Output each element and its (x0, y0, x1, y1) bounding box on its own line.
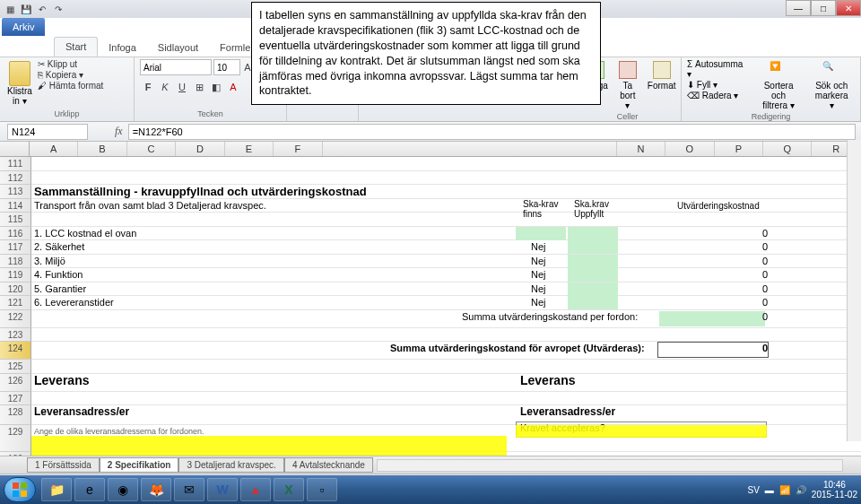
tab-start[interactable]: Start (54, 37, 98, 56)
tab-layout[interactable]: Sidlayout (147, 39, 209, 56)
vertical-scrollbar[interactable] (847, 140, 861, 441)
fill-color-button[interactable]: ◧ (208, 79, 224, 95)
row-header[interactable]: 127 (0, 392, 31, 406)
italic-button[interactable]: K (157, 79, 173, 95)
col-header[interactable]: N (617, 142, 665, 156)
autosum-button[interactable]: Σ Autosumma ▾ (687, 59, 749, 79)
delete-cells-button[interactable]: Ta bort ▾ (615, 59, 640, 112)
cell-text: Leverans (520, 374, 575, 387)
taskbar-outlook-icon[interactable]: ✉ (174, 478, 204, 501)
underline-button[interactable]: U (174, 79, 190, 95)
row-header[interactable]: 125 (0, 360, 31, 374)
tab-insert[interactable]: Infoga (98, 39, 147, 56)
tray-volume-icon[interactable]: 🔊 (796, 485, 806, 495)
tray-lang[interactable]: SV (748, 485, 760, 495)
fx-icon[interactable]: fx (115, 125, 123, 138)
fill-button[interactable]: ⬇ Fyll ▾ (687, 80, 749, 90)
row-header[interactable]: 124 (0, 342, 31, 360)
taskbar-app-icon[interactable]: ▫ (307, 478, 337, 501)
brush-icon: 🖌 (38, 81, 47, 91)
row-header[interactable]: 116 (0, 227, 31, 241)
sort-filter-button[interactable]: 🔽Sortera och filtrera ▾ (752, 59, 805, 112)
col-header[interactable]: O (665, 142, 714, 156)
cell-grid[interactable]: 111 112 113 Sammanställning - kravuppfyl… (0, 157, 861, 456)
start-button[interactable] (4, 477, 36, 502)
horizontal-scrollbar[interactable] (377, 459, 843, 472)
window-minimize-button[interactable]: — (786, 0, 811, 16)
undo-icon[interactable]: ↶ (36, 3, 48, 15)
row-header[interactable]: 128 (0, 405, 31, 425)
row-header[interactable]: 111 (0, 157, 31, 171)
font-color-button[interactable]: A (225, 79, 241, 95)
col-header[interactable]: F (274, 142, 322, 156)
cut-button[interactable]: ✂Klipp ut (38, 59, 104, 69)
taskbar-chrome-icon[interactable]: ◉ (108, 478, 138, 501)
taskbar-pdf-icon[interactable]: ▲ (240, 478, 271, 501)
format-cells-button[interactable]: Format (644, 59, 680, 92)
row-header[interactable]: 129 (0, 425, 31, 452)
font-size-combo[interactable]: 10 (213, 59, 240, 75)
row-header[interactable]: 122 (0, 310, 31, 328)
save-icon[interactable]: 💾 (20, 3, 32, 15)
cell-text: 0 (762, 240, 768, 254)
col-header[interactable]: P (715, 142, 763, 156)
row-header[interactable]: 119 (0, 268, 31, 282)
copy-button[interactable]: ⎘Kopiera ▾ (38, 70, 104, 80)
scissors-icon: ✂ (38, 59, 45, 69)
taskbar-word-icon[interactable]: W (207, 478, 238, 501)
taskbar-excel-icon[interactable]: X (274, 478, 304, 501)
svg-rect-2 (13, 491, 19, 497)
col-header[interactable]: D (176, 142, 224, 156)
taskbar-firefox-icon[interactable]: 🦊 (141, 478, 171, 501)
row-header[interactable]: 120 (0, 282, 31, 297)
font-name-combo[interactable]: Arial (140, 59, 212, 75)
row-header[interactable]: 126 (0, 374, 31, 392)
col-header[interactable]: C (127, 142, 176, 156)
row-header[interactable]: 112 (0, 171, 31, 186)
tray-clock[interactable]: 10:46 2015-11-02 (812, 480, 857, 500)
name-box[interactable]: N124 (7, 124, 88, 140)
col-header[interactable] (323, 142, 617, 156)
window-maximize-button[interactable]: □ (811, 0, 836, 16)
row-header[interactable]: 113 (0, 185, 31, 199)
file-tab[interactable]: Arkiv (2, 18, 45, 36)
border-button[interactable]: ⊞ (191, 79, 207, 95)
formula-bar-row: N124 fx =N122*F60 (0, 122, 861, 142)
tray-flag-icon[interactable]: ▬ (765, 485, 774, 495)
worksheet[interactable]: A B C D E F N O P Q R 111 112 113 Samman… (0, 142, 861, 456)
sheet-tab[interactable]: 3 Detaljerad kravspec. (178, 457, 284, 473)
eraser-icon: ⌫ (687, 91, 700, 100)
taskbar-explorer-icon[interactable]: 📁 (41, 478, 72, 501)
sheet-tab[interactable]: 2 Specifikation (100, 457, 179, 473)
window-close-button[interactable]: ✕ (836, 0, 861, 16)
row-header[interactable]: 115 (0, 213, 31, 227)
fill-down-icon: ⬇ (687, 80, 694, 90)
sheet-tab[interactable]: 1 Försättssida (27, 457, 100, 473)
find-select-button[interactable]: 🔍Sök och markera ▾ (808, 59, 855, 112)
paste-button[interactable]: Klistra in ▾ (5, 59, 34, 108)
col-header[interactable]: Q (763, 142, 812, 156)
sheet-tab[interactable]: 4 Avtalstecknande (284, 457, 373, 473)
cell-fill (516, 425, 767, 438)
redo-icon[interactable]: ↷ (52, 3, 65, 15)
paste-label: Klistra in ▾ (7, 86, 32, 106)
windows-icon (12, 482, 28, 498)
tray-network-icon[interactable]: 📶 (779, 485, 790, 495)
cell-text: Sammanställning - kravuppfyllnad och utv… (34, 185, 367, 198)
formula-bar[interactable]: =N122*F60 (128, 124, 856, 140)
row-header[interactable]: 118 (0, 255, 31, 269)
cells-group-label: Celler (579, 112, 675, 122)
col-header[interactable]: A (30, 142, 78, 156)
row-header[interactable]: 121 (0, 296, 31, 310)
clear-button[interactable]: ⌫ Radera ▾ (687, 91, 749, 100)
row-header[interactable]: 114 (0, 199, 31, 213)
row-header[interactable]: 130 (0, 452, 31, 456)
bold-button[interactable]: F (140, 79, 156, 95)
row-header[interactable]: 117 (0, 240, 31, 255)
col-header[interactable]: E (225, 142, 274, 156)
taskbar-ie-icon[interactable]: e (74, 478, 105, 501)
format-painter-button[interactable]: 🖌Hämta format (38, 81, 104, 91)
col-header[interactable]: B (78, 142, 126, 156)
row-header[interactable]: 123 (0, 328, 31, 343)
select-all-corner[interactable] (0, 142, 30, 156)
